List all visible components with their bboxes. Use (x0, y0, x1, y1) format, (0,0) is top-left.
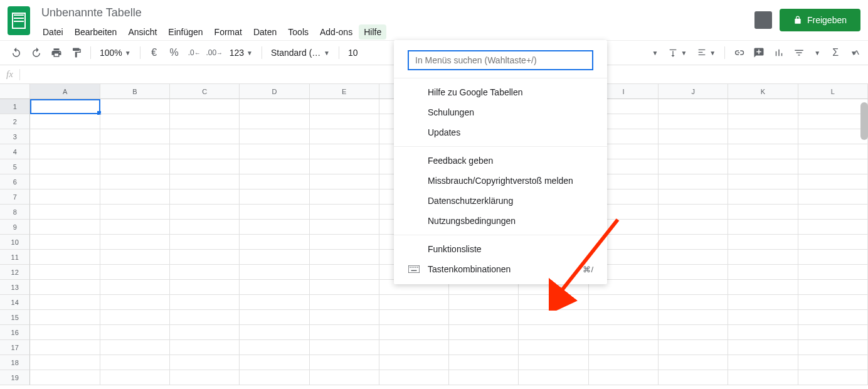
fill-color-button[interactable]: ▼ (648, 50, 662, 56)
cell[interactable] (449, 295, 519, 310)
help-menu-item[interactable]: Feedback geben (394, 151, 607, 171)
cell[interactable] (170, 295, 240, 310)
cell[interactable] (30, 280, 100, 295)
cell[interactable] (240, 129, 309, 144)
cell[interactable] (379, 355, 449, 370)
cell[interactable] (30, 129, 100, 144)
cell[interactable] (659, 310, 728, 325)
cell[interactable] (728, 159, 798, 174)
cell[interactable] (728, 250, 798, 265)
percent-button[interactable]: % (166, 44, 183, 61)
cell[interactable] (728, 220, 798, 235)
cell[interactable] (240, 144, 309, 159)
cell[interactable] (310, 220, 379, 235)
menu-bearbeiten[interactable]: Bearbeiten (70, 24, 122, 40)
cell[interactable] (100, 189, 170, 205)
cell[interactable] (659, 174, 728, 189)
decrease-decimal-button[interactable]: .0← (186, 44, 203, 61)
undo-button[interactable] (8, 44, 25, 61)
currency-button[interactable]: € (146, 44, 163, 61)
cell[interactable] (170, 250, 240, 265)
cell[interactable] (659, 220, 728, 235)
row-header[interactable]: 9 (0, 220, 30, 235)
cell[interactable] (170, 355, 240, 370)
cell[interactable] (310, 325, 379, 340)
cell[interactable] (659, 250, 728, 265)
cell[interactable] (100, 205, 170, 220)
cell[interactable] (30, 235, 100, 250)
help-menu-item[interactable]: Nutzungsbedingungen (394, 211, 607, 231)
cell[interactable] (170, 174, 240, 189)
cell[interactable] (240, 99, 309, 114)
cell[interactable] (240, 114, 309, 129)
cell[interactable] (728, 114, 798, 129)
menu-search-input[interactable] (408, 50, 593, 70)
cell[interactable] (798, 235, 868, 250)
cell[interactable] (798, 99, 868, 114)
cell[interactable] (100, 310, 170, 325)
row-header[interactable]: 15 (0, 310, 30, 325)
cell[interactable] (310, 280, 379, 295)
cell[interactable] (310, 235, 379, 250)
cell[interactable] (170, 370, 240, 385)
functions-button[interactable]: Σ (827, 44, 844, 61)
cell[interactable] (310, 129, 379, 144)
cell[interactable] (519, 370, 588, 385)
cell[interactable] (379, 370, 449, 385)
document-title[interactable]: Unbenannte Tabelle (38, 5, 754, 21)
row-header[interactable]: 6 (0, 174, 30, 189)
cell[interactable] (728, 370, 798, 385)
zoom-select[interactable]: 100%▼ (96, 48, 135, 58)
cell[interactable] (30, 250, 100, 265)
insert-comment-button[interactable] (750, 44, 768, 61)
cell[interactable] (798, 159, 868, 174)
cell[interactable] (170, 114, 240, 129)
cell[interactable] (240, 325, 309, 340)
cell[interactable] (728, 189, 798, 205)
cell[interactable] (519, 325, 588, 340)
cell[interactable] (589, 310, 659, 325)
cell[interactable] (310, 295, 379, 310)
cell[interactable] (310, 114, 379, 129)
cell[interactable] (170, 189, 240, 205)
cell[interactable] (379, 310, 449, 325)
cell[interactable] (379, 325, 449, 340)
paint-format-button[interactable] (68, 44, 85, 61)
cell[interactable] (449, 370, 519, 385)
menu-ansicht[interactable]: Ansicht (123, 24, 162, 40)
cell[interactable] (379, 295, 449, 310)
row-header[interactable]: 2 (0, 114, 30, 129)
cell[interactable] (170, 235, 240, 250)
menu-add-ons[interactable]: Add-ons (315, 24, 357, 40)
cell[interactable] (170, 144, 240, 159)
row-header[interactable]: 11 (0, 250, 30, 265)
cell[interactable] (659, 129, 728, 144)
cell[interactable] (100, 280, 170, 295)
cell[interactable] (798, 340, 868, 355)
row-header[interactable]: 4 (0, 144, 30, 159)
cell[interactable] (240, 280, 309, 295)
cell[interactable] (519, 355, 588, 370)
cell[interactable] (100, 99, 170, 114)
cell[interactable] (310, 174, 379, 189)
cell[interactable] (659, 355, 728, 370)
cell[interactable] (170, 310, 240, 325)
cell[interactable] (170, 99, 240, 114)
help-menu-item[interactable]: Datenschutzerklärung (394, 191, 607, 211)
cell[interactable] (798, 370, 868, 385)
cell[interactable] (310, 355, 379, 370)
cell[interactable] (449, 325, 519, 340)
cell[interactable] (798, 310, 868, 325)
help-menu-item[interactable]: Funktionsliste (394, 239, 607, 259)
font-size-select[interactable]: 10 (344, 48, 362, 58)
cell[interactable] (798, 189, 868, 205)
row-header[interactable]: 14 (0, 295, 30, 310)
cell[interactable] (240, 235, 309, 250)
cell[interactable] (100, 265, 170, 280)
column-header[interactable]: J (659, 84, 728, 99)
help-menu-item[interactable]: Missbrauch/Copyrightverstoß melden (394, 171, 607, 191)
cell[interactable] (240, 159, 309, 174)
cell[interactable] (100, 340, 170, 355)
cell[interactable] (659, 265, 728, 280)
cell[interactable] (728, 129, 798, 144)
